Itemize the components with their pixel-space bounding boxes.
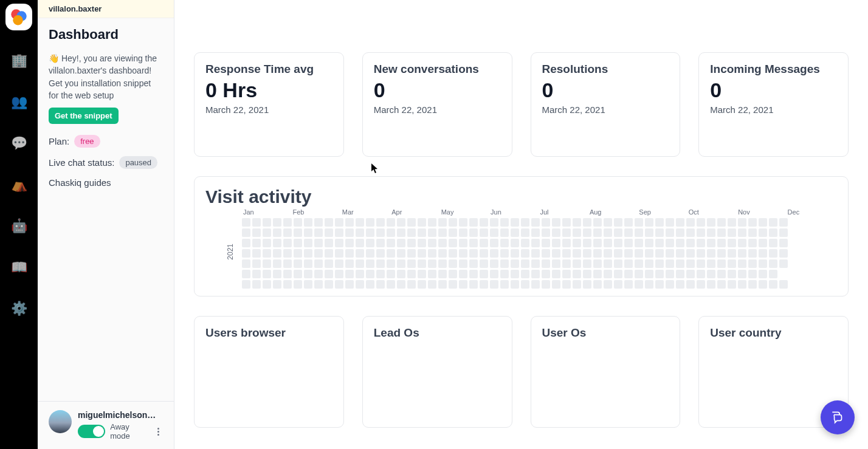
heatmap-cell[interactable]: [263, 270, 271, 278]
heatmap-cell[interactable]: [480, 228, 488, 237]
heatmap-cell[interactable]: [562, 228, 571, 237]
heatmap-cell[interactable]: [511, 218, 519, 227]
heatmap-cell[interactable]: [428, 259, 436, 268]
settings-icon[interactable]: ⚙️: [5, 295, 32, 322]
heatmap-cell[interactable]: [273, 239, 281, 247]
heatmap-cell[interactable]: [325, 228, 333, 237]
heatmap-cell[interactable]: [531, 228, 540, 237]
heatmap-cell[interactable]: [449, 280, 457, 289]
heatmap-cell[interactable]: [604, 280, 612, 289]
heatmap-cell[interactable]: [521, 249, 529, 258]
heatmap-cell[interactable]: [511, 280, 519, 289]
heatmap-cell[interactable]: [397, 228, 405, 237]
heatmap-cell[interactable]: [304, 218, 312, 227]
heatmap-cell[interactable]: [635, 218, 643, 227]
heatmap-cell[interactable]: [335, 270, 343, 278]
heatmap-cell[interactable]: [459, 249, 467, 258]
heatmap-cell[interactable]: [655, 239, 664, 247]
heatmap-cell[interactable]: [748, 239, 757, 247]
heatmap-cell[interactable]: [387, 270, 395, 278]
heatmap-cell[interactable]: [573, 249, 581, 258]
heatmap-cell[interactable]: [314, 239, 323, 247]
heatmap-cell[interactable]: [573, 218, 581, 227]
heatmap-cell[interactable]: [573, 259, 581, 268]
heatmap-cell[interactable]: [335, 259, 343, 268]
app-logo[interactable]: [5, 4, 32, 30]
heatmap-cell[interactable]: [666, 239, 674, 247]
heatmap-cell[interactable]: [717, 249, 726, 258]
heatmap-cell[interactable]: [469, 259, 478, 268]
heatmap-cell[interactable]: [645, 218, 653, 227]
heatmap-cell[interactable]: [697, 239, 705, 247]
heatmap-cell[interactable]: [759, 218, 767, 227]
heatmap-cell[interactable]: [707, 270, 715, 278]
heatmap-cell[interactable]: [490, 249, 498, 258]
heatmap-cell[interactable]: [314, 218, 323, 227]
heatmap-cell[interactable]: [624, 249, 633, 258]
heatmap-cell[interactable]: [407, 270, 416, 278]
campaigns-icon[interactable]: ⛺: [5, 171, 32, 198]
heatmap-cell[interactable]: [294, 228, 302, 237]
heatmap-cell[interactable]: [345, 280, 354, 289]
heatmap-cell[interactable]: [511, 249, 519, 258]
heatmap-cell[interactable]: [552, 239, 560, 247]
heatmap-cell[interactable]: [407, 218, 416, 227]
app-name-bar[interactable]: villalon.baxter: [38, 0, 174, 18]
heatmap-cell[interactable]: [366, 280, 374, 289]
heatmap-cell[interactable]: [614, 259, 622, 268]
heatmap-cell[interactable]: [624, 228, 633, 237]
heatmap-cell[interactable]: [335, 249, 343, 258]
heatmap-cell[interactable]: [449, 249, 457, 258]
heatmap-cell[interactable]: [273, 280, 281, 289]
docs-icon[interactable]: 📖: [5, 254, 32, 281]
heatmap-cell[interactable]: [738, 280, 746, 289]
heatmap-cell[interactable]: [304, 280, 312, 289]
heatmap-cell[interactable]: [655, 228, 664, 237]
heatmap-cell[interactable]: [779, 218, 788, 227]
heatmap-cell[interactable]: [325, 259, 333, 268]
heatmap-cell[interactable]: [283, 270, 292, 278]
heatmap-cell[interactable]: [531, 270, 540, 278]
heatmap-cell[interactable]: [345, 239, 354, 247]
heatmap-cell[interactable]: [273, 218, 281, 227]
heatmap-cell[interactable]: [345, 259, 354, 268]
heatmap-cell[interactable]: [387, 280, 395, 289]
heatmap-cell[interactable]: [645, 239, 653, 247]
heatmap-cell[interactable]: [242, 228, 250, 237]
heatmap-cell[interactable]: [418, 218, 426, 227]
heatmap-cell[interactable]: [635, 239, 643, 247]
heatmap-cell[interactable]: [562, 218, 571, 227]
chaskiq-guides-link[interactable]: Chaskiq guides: [49, 177, 163, 188]
heatmap-cell[interactable]: [252, 280, 261, 289]
heatmap-cell[interactable]: [759, 259, 767, 268]
heatmap-cell[interactable]: [397, 218, 405, 227]
heatmap-cell[interactable]: [697, 218, 705, 227]
heatmap-cell[interactable]: [480, 259, 488, 268]
heatmap-cell[interactable]: [676, 239, 684, 247]
heatmap-cell[interactable]: [397, 280, 405, 289]
heatmap-cell[interactable]: [490, 228, 498, 237]
heatmap-cell[interactable]: [356, 239, 364, 247]
heatmap-cell[interactable]: [480, 280, 488, 289]
heatmap-cell[interactable]: [593, 249, 602, 258]
heatmap-cell[interactable]: [583, 270, 591, 278]
heatmap-cell[interactable]: [500, 259, 509, 268]
heatmap-cell[interactable]: [645, 249, 653, 258]
heatmap-cell[interactable]: [252, 228, 261, 237]
heatmap-cell[interactable]: [779, 249, 788, 258]
heatmap-cell[interactable]: [263, 239, 271, 247]
heatmap-cell[interactable]: [418, 239, 426, 247]
heatmap-cell[interactable]: [779, 280, 788, 289]
heatmap-cell[interactable]: [325, 218, 333, 227]
heatmap-cell[interactable]: [645, 259, 653, 268]
heatmap-cell[interactable]: [552, 270, 560, 278]
heatmap-cell[interactable]: [593, 239, 602, 247]
heatmap-cell[interactable]: [428, 249, 436, 258]
more-menu-icon[interactable]: [154, 428, 163, 436]
heatmap-cell[interactable]: [593, 218, 602, 227]
heatmap-cell[interactable]: [542, 218, 550, 227]
heatmap-cell[interactable]: [686, 218, 695, 227]
get-snippet-button[interactable]: Get the snippet: [49, 108, 119, 124]
heatmap-cell[interactable]: [273, 259, 281, 268]
heatmap-cell[interactable]: [335, 218, 343, 227]
